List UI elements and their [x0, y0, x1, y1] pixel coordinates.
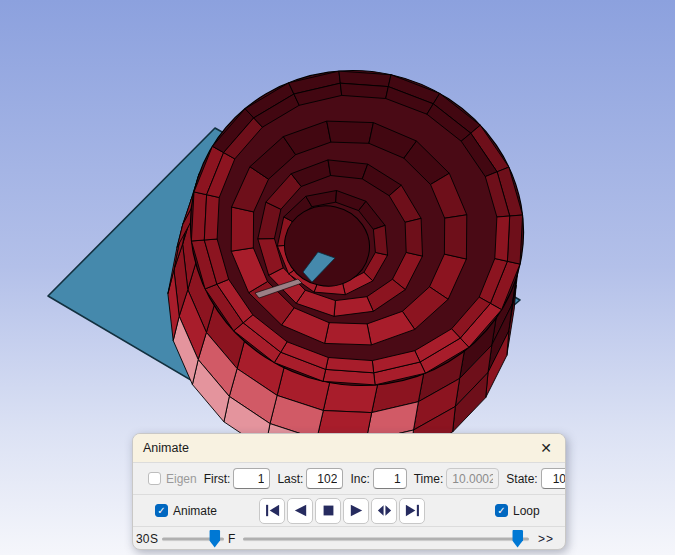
animate-dialog: Animate ✕ Eigen First: Last: Inc: Time: … [132, 433, 566, 550]
play-forward-icon [348, 502, 365, 519]
dialog-titlebar[interactable]: Animate ✕ [133, 434, 565, 462]
animate-label: Animate [173, 504, 217, 518]
dialog-title: Animate [143, 441, 189, 455]
time-label: Time: [414, 472, 444, 486]
last-field[interactable] [306, 468, 343, 489]
frame-slider-track[interactable] [243, 537, 529, 540]
skip-to-first-button[interactable] [259, 498, 285, 524]
loop-label: Loop [513, 504, 540, 518]
close-icon[interactable]: ✕ [535, 437, 557, 459]
frame-slider[interactable] [243, 527, 529, 550]
loop-checkbox[interactable]: Loop [495, 504, 540, 518]
slider-row: 30 S F >> [133, 526, 565, 550]
speed-slider-label: S [150, 532, 158, 546]
range-row: Eigen First: Last: Inc: Time: State: [133, 462, 565, 494]
eigen-label: Eigen [166, 472, 197, 486]
skip-first-icon [264, 502, 281, 519]
play-backward-button[interactable] [287, 498, 313, 524]
animate-checkbox-box[interactable] [155, 504, 168, 517]
expand-button[interactable]: >> [538, 532, 554, 546]
bounce-button[interactable] [371, 498, 397, 524]
playback-buttons [259, 498, 425, 524]
inc-field[interactable] [373, 468, 407, 489]
state-label: State: [506, 472, 537, 486]
play-forward-button[interactable] [343, 498, 369, 524]
playback-row: Animate [133, 494, 565, 526]
loop-checkbox-box[interactable] [495, 504, 508, 517]
time-field [446, 468, 499, 489]
speed-slider[interactable] [162, 527, 224, 550]
frame-slider-label: F [228, 532, 235, 546]
inc-label: Inc: [350, 472, 369, 486]
eigen-checkbox-box[interactable] [148, 472, 161, 485]
first-field[interactable] [233, 468, 270, 489]
last-label: Last: [277, 472, 303, 486]
bounce-icon [376, 502, 393, 519]
frame-slider-thumb[interactable] [512, 530, 523, 548]
play-backward-icon [292, 502, 309, 519]
eigen-checkbox[interactable]: Eigen [148, 472, 197, 486]
stop-button[interactable] [315, 498, 341, 524]
first-label: First: [204, 472, 231, 486]
stop-icon [320, 502, 337, 519]
speed-slider-thumb[interactable] [209, 530, 220, 548]
fps-value: 30 [136, 532, 149, 546]
state-field[interactable] [541, 468, 566, 489]
skip-last-icon [404, 502, 421, 519]
animate-checkbox[interactable]: Animate [155, 504, 217, 518]
skip-to-last-button[interactable] [399, 498, 425, 524]
